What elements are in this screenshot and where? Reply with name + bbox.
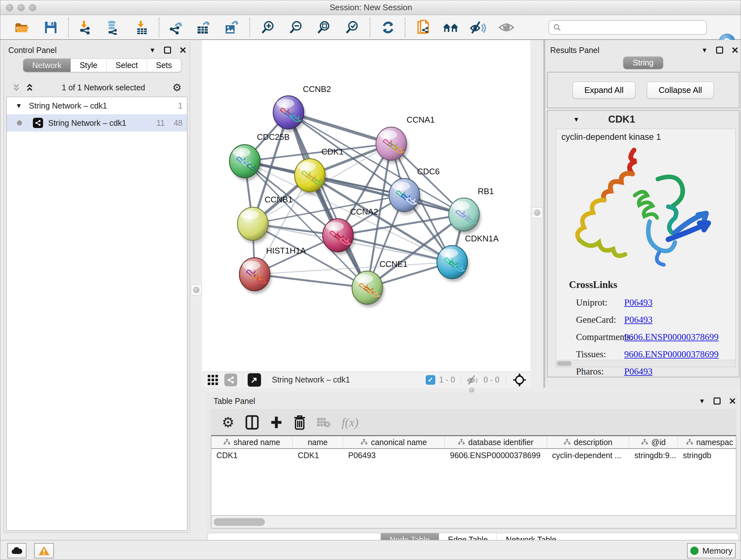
network-view-mode-icon[interactable] xyxy=(224,374,237,386)
add-column-icon[interactable] xyxy=(270,416,283,429)
table-options-gear-icon[interactable]: ⚙ xyxy=(222,415,234,429)
table-cell[interactable]: 9606.ENSP00000378699 xyxy=(445,449,547,462)
horizontal-splitter[interactable] xyxy=(202,388,741,392)
results-horizontal-scrollbar[interactable] xyxy=(556,360,735,367)
tab-sets[interactable]: Sets xyxy=(147,59,181,72)
grid-view-icon[interactable] xyxy=(207,374,219,386)
delete-column-icon[interactable] xyxy=(293,415,306,430)
collapse-all-button[interactable]: Collapse All xyxy=(647,82,714,99)
collapse-panel-icon[interactable]: ▼ xyxy=(699,397,705,405)
network-node-ccne1[interactable]: CCNE1 xyxy=(352,259,408,307)
tab-select[interactable]: Select xyxy=(107,59,147,72)
crosslink-link[interactable]: P06493 xyxy=(624,297,653,308)
network-node-ccnb2[interactable]: CCNB2 xyxy=(273,84,331,132)
table-cell[interactable]: cyclin-dependent ... xyxy=(547,449,629,462)
network-collection-row[interactable]: ▼ String Network – cdk1 1 xyxy=(7,97,187,114)
tab-style[interactable]: Style xyxy=(71,59,107,72)
expand-all-chevron-icon[interactable] xyxy=(11,83,21,92)
close-panel-icon[interactable]: ✕ xyxy=(729,396,736,407)
toolbar-separator xyxy=(249,17,250,37)
collapse-panel-icon[interactable]: ▼ xyxy=(701,47,708,54)
column-header-id[interactable]: @id xyxy=(629,436,678,448)
expand-all-button[interactable]: Expand All xyxy=(572,82,635,99)
column-header-canonicalname[interactable]: canonical name xyxy=(343,436,445,448)
warnings-button[interactable] xyxy=(34,543,54,558)
import-network-file-button[interactable] xyxy=(76,18,95,37)
table-row[interactable]: CDK1CDK1P064939606.ENSP00000378699cyclin… xyxy=(211,449,736,462)
network-canvas[interactable]: CCNB2CCNA1CDC25BCDK1CDC6RB1CCNB1CCNA2CDK… xyxy=(202,40,530,372)
network-edge[interactable] xyxy=(338,214,464,235)
zoom-window-button[interactable] xyxy=(29,4,36,11)
column-header-databaseidentifier[interactable]: database identifier xyxy=(445,436,547,448)
zoom-in-button[interactable] xyxy=(258,18,277,37)
left-splitter[interactable] xyxy=(190,40,202,388)
tree-expander-icon[interactable]: ▼ xyxy=(16,102,22,110)
float-panel-icon[interactable] xyxy=(164,47,171,54)
table-cell[interactable]: CDK1 xyxy=(211,449,293,462)
first-neighbors-button[interactable] xyxy=(441,18,460,37)
collapse-panel-icon[interactable]: ▼ xyxy=(149,47,156,54)
float-panel-icon[interactable] xyxy=(716,47,723,54)
collapse-all-chevron-icon[interactable] xyxy=(25,83,35,92)
close-panel-icon[interactable]: ✕ xyxy=(179,45,187,56)
selected-nodes-checkbox[interactable]: ✓ xyxy=(426,375,435,385)
tab-network[interactable]: Network xyxy=(23,59,71,72)
birdseye-view-icon[interactable] xyxy=(513,373,527,387)
table-cell[interactable]: CDK1 xyxy=(293,449,343,462)
right-splitter[interactable] xyxy=(530,40,543,388)
table-cell[interactable]: P06493 xyxy=(343,449,445,462)
show-columns-icon[interactable] xyxy=(245,415,259,430)
search-input[interactable] xyxy=(564,23,706,32)
left-splitter-handle[interactable] xyxy=(191,285,202,295)
column-header-name[interactable]: name xyxy=(293,436,343,448)
clone-network-button[interactable] xyxy=(414,18,433,37)
import-network-from-database-button[interactable] xyxy=(103,18,122,37)
zoom-out-button[interactable] xyxy=(286,18,306,37)
column-header-namespac[interactable]: namespac xyxy=(678,436,736,448)
network-node-hist1h1a[interactable]: HIST1H1A xyxy=(239,246,306,294)
minimize-window-button[interactable] xyxy=(17,4,24,11)
network-node-ccnb1[interactable]: CCNB1 xyxy=(238,195,293,243)
save-session-button[interactable] xyxy=(41,18,60,37)
show-all-button[interactable] xyxy=(497,18,516,37)
open-session-button[interactable] xyxy=(12,18,31,37)
network-edge[interactable] xyxy=(255,274,367,288)
apply-layout-button[interactable] xyxy=(379,18,398,37)
zoom-selected-button[interactable] xyxy=(342,18,361,37)
detach-view-icon[interactable] xyxy=(248,373,261,387)
network-options-gear-icon[interactable]: ⚙ xyxy=(172,81,182,94)
import-table-file-button[interactable] xyxy=(132,18,151,37)
float-panel-icon[interactable] xyxy=(714,397,721,405)
entry-expander-icon[interactable]: ▼ xyxy=(573,116,580,123)
tab-string[interactable]: String xyxy=(623,57,663,69)
crosslink-link[interactable]: 9606.ENSP00000378699 xyxy=(624,349,719,360)
hidden-eye-icon xyxy=(467,374,480,385)
entry-gene-name: CDK1 xyxy=(608,114,635,125)
network-node-rb1[interactable]: RB1 xyxy=(449,186,494,234)
control-panel-title: Control Panel xyxy=(8,46,57,55)
hide-selected-button[interactable] xyxy=(468,18,488,37)
crosslink-link[interactable]: P06493 xyxy=(624,366,653,377)
table-cell[interactable]: stringdb:9... xyxy=(629,449,678,462)
export-network-button[interactable] xyxy=(166,18,185,37)
network-edge[interactable] xyxy=(288,112,367,288)
close-window-button[interactable] xyxy=(6,4,13,11)
column-header-sharedname[interactable]: shared name xyxy=(211,436,293,448)
network-label: String Network – cdk1 xyxy=(48,118,126,128)
right-splitter-handle[interactable] xyxy=(532,207,542,218)
crosslink-link[interactable]: P06493 xyxy=(624,314,653,325)
zoom-fit-button[interactable] xyxy=(314,18,333,37)
column-header-description[interactable]: description xyxy=(547,436,629,448)
table-cell[interactable]: stringdb xyxy=(678,449,736,462)
network-node-cdkn1a[interactable]: CDKN1A xyxy=(437,234,499,282)
export-table-button[interactable] xyxy=(193,18,212,37)
cloud-button[interactable] xyxy=(7,543,26,558)
network-list-header: 1 of 1 Network selected ⚙ xyxy=(7,79,187,96)
network-row[interactable]: String Network – cdk1 11 48 xyxy=(7,114,187,132)
memory-button[interactable]: Memory xyxy=(687,543,736,558)
table-horizontal-scrollbar[interactable] xyxy=(211,516,736,528)
close-panel-icon[interactable]: ✕ xyxy=(731,45,739,56)
network-node-ccna1[interactable]: CCNA1 xyxy=(376,115,434,163)
crosslink-link[interactable]: 9606.ENSP00000378699 xyxy=(624,332,719,342)
export-image-button[interactable] xyxy=(221,18,241,37)
